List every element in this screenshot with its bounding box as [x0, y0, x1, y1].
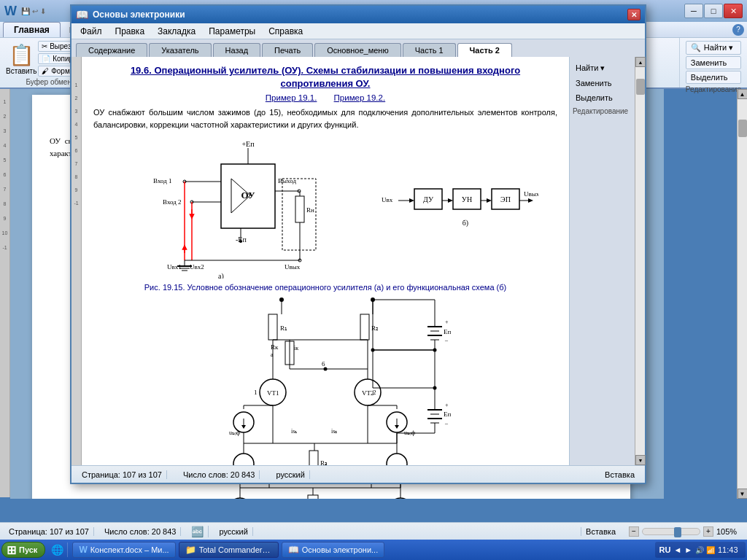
svg-text:+: + [445, 402, 449, 408]
scroll-up-button[interactable]: ▲ [738, 89, 748, 99]
window-controls: ─ □ ✕ [684, 4, 743, 18]
quick-launch: 🌐 [47, 542, 68, 557]
help-example2[interactable]: Пример 19.2. [334, 93, 386, 102]
scrollbar-right[interactable]: ▲ ▼ [737, 89, 747, 499]
tray-nav-next[interactable]: ► [684, 545, 692, 554]
help-window-icon: 📖 [76, 9, 88, 20]
status-insert[interactable]: Вставка [581, 527, 620, 536]
help-content-para1: ОУ снабжают большим числом зажимов (до 1… [93, 106, 557, 131]
svg-text:+: + [445, 319, 449, 325]
help-button[interactable]: ? [732, 24, 744, 36]
help-tab-print[interactable]: Печать [262, 43, 313, 57]
help-menu-help[interactable]: Справка [263, 25, 309, 38]
svg-text:6: 6 [322, 360, 325, 368]
help-replace-button[interactable]: Заменить [573, 77, 632, 90]
help-select-button[interactable]: Выделить [573, 91, 632, 104]
help-tab-part2[interactable]: Часть 2 [457, 43, 512, 57]
ruler-9: 9 [71, 184, 81, 197]
scroll-thumb[interactable] [738, 120, 747, 137]
ruler-2: 2 [71, 92, 81, 105]
help-tab-index[interactable]: Указатель [149, 43, 211, 57]
status-bar: Страница: 107 из 107 Число слов: 20 843 … [0, 522, 747, 540]
svg-marker-200 [448, 198, 453, 203]
help-tab-contents[interactable]: Содержание [76, 43, 147, 57]
help-tab-part1[interactable]: Часть 1 [403, 43, 456, 57]
svg-text:Rн: Rн [306, 206, 314, 214]
svg-text:R₁: R₁ [280, 324, 287, 332]
svg-text:1: 1 [254, 389, 258, 396]
zoom-slider-thumb[interactable] [674, 527, 681, 537]
start-label: Пуск [19, 545, 37, 554]
svg-text:Uвх: Uвх [382, 196, 393, 203]
svg-text:+Еп: +Еп [241, 140, 255, 148]
help-status-words: Число слов: 20 843 [179, 470, 260, 479]
ruler-3: 3 [71, 105, 81, 118]
taskbar-item-electronics[interactable]: 📖 Основы электрони... [282, 542, 385, 558]
zoom-in-button[interactable]: + [703, 526, 713, 537]
help-scrollbar[interactable]: ▲ ▼ [635, 57, 645, 465]
ruler-6: 6 [71, 144, 81, 158]
help-tab-back[interactable]: Назад [213, 43, 261, 57]
svg-text:Еп: Еп [444, 328, 451, 335]
quick-access-icons: 💾 ↩ ⬇ [21, 7, 46, 15]
ribbon-tab-home[interactable]: Главная [3, 22, 61, 37]
help-window: 📖 Основы электроники ✕ Файл Правка Закла… [70, 4, 646, 484]
zoom-out-button[interactable]: − [629, 526, 639, 537]
word-logo-icon: W [4, 4, 17, 19]
help-scroll-up[interactable]: ▲ [635, 57, 646, 67]
taskbar-item-commander[interactable]: 📁 Total Commander 7... [179, 542, 279, 558]
ruler-mark-8: 8 [0, 197, 9, 211]
help-find-button[interactable]: Найти ▾ [573, 61, 632, 75]
close-button[interactable]: ✕ [724, 4, 743, 18]
svg-rect-113 [308, 495, 318, 499]
minimize-button[interactable]: ─ [684, 4, 703, 18]
status-language[interactable]: русский [214, 527, 252, 536]
help-status-page: Страница: 107 из 107 [77, 470, 167, 479]
edit-group: 🔍 Найти ▾ Заменить Выделить Редактирован… [680, 38, 747, 88]
taskbar-item-commander-label: Total Commander 7... [199, 545, 272, 554]
taskbar-item-word[interactable]: W Конспект.docx – Ми... [72, 542, 175, 558]
ie-quicklaunch-icon[interactable]: 🌐 [50, 542, 64, 557]
ruler-8: 8 [71, 171, 81, 184]
svg-text:is₂: is₂ [331, 428, 337, 435]
svg-text:Uвых: Uвых [285, 263, 301, 271]
help-scroll-thumb[interactable] [636, 79, 645, 95]
help-circuits-row1: +Еп ОУ Вход 1 Вход 2 Выход [93, 136, 557, 279]
help-window-title-text: Основы электроники [93, 9, 185, 20]
maximize-button[interactable]: □ [704, 4, 723, 18]
svg-text:б): б) [462, 219, 468, 228]
help-window-tabs: Содержание Указатель Назад Печать Основн… [71, 39, 645, 57]
svg-text:Еп: Еп [444, 411, 451, 418]
help-caption1: Рис. 19.15. Условное обозначение операци… [93, 283, 557, 292]
start-button[interactable]: ⊞ Пуск [1, 542, 45, 558]
svg-text:ДУ: ДУ [422, 195, 433, 203]
help-status-bar: Страница: 107 из 107 Число слов: 20 843 … [71, 465, 645, 483]
ruler-5: 5 [71, 131, 81, 144]
help-example1[interactable]: Пример 19.1. [266, 93, 317, 102]
zoom-slider-track[interactable] [642, 528, 700, 535]
paste-button[interactable]: 📋 Вставить [6, 43, 36, 75]
find-button[interactable]: 🔍 Найти ▾ [686, 41, 741, 55]
help-right-panel: Найти ▾ Заменить Выделить Редактирование [569, 57, 635, 465]
help-window-close-button[interactable]: ✕ [627, 9, 640, 20]
select-button[interactable]: Выделить [686, 71, 741, 84]
help-menu-params[interactable]: Параметры [203, 25, 261, 38]
tray-nav-prev[interactable]: ◄ [673, 545, 681, 554]
help-menu-file[interactable]: Файл [74, 25, 108, 38]
svg-text:is₁: is₁ [291, 428, 297, 435]
replace-button[interactable]: Заменить [686, 56, 741, 69]
help-menu-edit[interactable]: Правка [109, 25, 151, 38]
screen: W 💾 ↩ ⬇ Конспект.docx – Microsoft Word ─… [0, 0, 747, 560]
help-menu-bookmark[interactable]: Закладка [152, 25, 201, 38]
help-status-lang: русский [271, 470, 309, 479]
help-scroll-track[interactable] [635, 67, 645, 455]
svg-point-255 [233, 454, 254, 465]
scroll-track[interactable] [738, 99, 748, 489]
help-content-area: 19.6. Операционный усилитель (ОУ). Схемы… [82, 57, 569, 465]
help-tab-main-menu[interactable]: Основное_меню [314, 43, 401, 57]
ruler-7: 7 [71, 158, 81, 171]
paste-icon: 📋 [9, 43, 34, 67]
scroll-down-button[interactable]: ▼ [738, 489, 748, 499]
help-scroll-down[interactable]: ▼ [635, 455, 646, 465]
ruler-mark-2: 2 [0, 109, 9, 124]
